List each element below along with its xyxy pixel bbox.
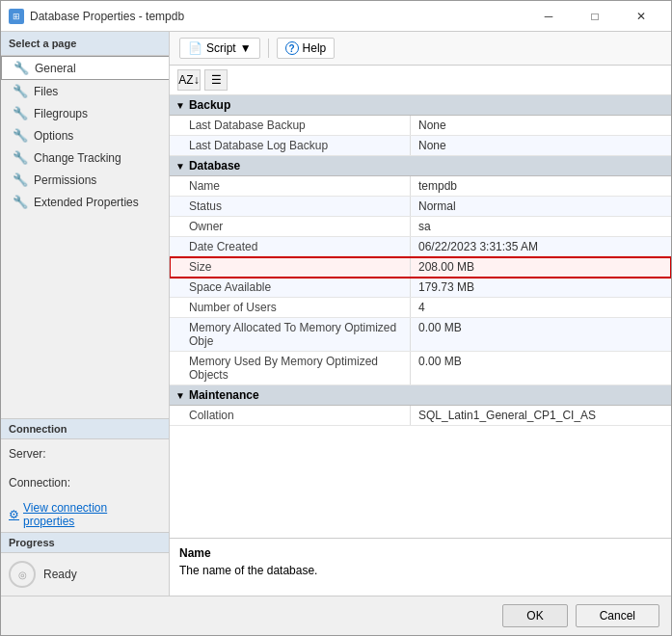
prop-row-last-db-log-backup: Last Database Log Backup None — [170, 136, 671, 156]
prop-value-date-created: 06/22/2023 3:31:35 AM — [411, 237, 671, 256]
progress-info: ◎ Ready — [1, 553, 169, 596]
prop-row-last-db-backup: Last Database Backup None — [170, 116, 671, 136]
prop-row-collation: Collation SQL_Latin1_General_CP1_CI_AS — [170, 406, 671, 426]
sidebar-item-label-change-tracking: Change Tracking — [34, 151, 121, 165]
toolbar-divider — [268, 39, 269, 58]
view-connection-link[interactable]: ⚙ View connection properties — [1, 497, 169, 532]
prop-row-name: Name tempdb — [170, 176, 671, 197]
connection-info: Connection: — [1, 468, 169, 497]
description-area: Name The name of the database. — [170, 538, 671, 596]
database-chevron[interactable]: ▼ — [175, 161, 185, 172]
prop-label-space-available: Space Available — [170, 278, 411, 297]
description-title: Name — [179, 546, 661, 560]
sidebar-item-files[interactable]: 🔧 Files — [1, 80, 169, 102]
prop-value-last-db-backup: None — [411, 116, 671, 135]
prop-label-mem-alloc: Memory Allocated To Memory Optimized Obj… — [170, 318, 411, 351]
files-icon: 🔧 — [13, 84, 28, 98]
cancel-button[interactable]: Cancel — [576, 604, 659, 627]
sidebar-item-general[interactable]: 🔧 General — [1, 56, 169, 80]
sidebar-item-label-extended-properties: Extended Properties — [34, 196, 139, 209]
server-label: Server: — [9, 447, 46, 461]
permissions-icon: 🔧 — [13, 172, 28, 187]
options-icon: 🔧 — [13, 128, 28, 143]
prop-label-status: Status — [170, 197, 411, 216]
sort-alpha-icon: AZ↓ — [178, 73, 199, 87]
prop-value-size: 208.00 MB — [411, 257, 671, 277]
properties-area: ▼ Backup Last Database Backup None Last … — [170, 95, 671, 538]
change-tracking-icon: 🔧 — [13, 150, 28, 165]
status-icon: ◎ — [9, 561, 36, 588]
prop-value-status: Normal — [411, 197, 671, 216]
minimize-button[interactable]: ─ — [526, 1, 571, 32]
help-icon: ? — [285, 41, 299, 55]
title-bar-left: ⊞ Database Properties - tempdb — [9, 9, 184, 24]
window-controls: ─ □ ✕ — [526, 1, 663, 32]
main-content: Select a page 🔧 General 🔧 Files 🔧 Filegr… — [1, 32, 671, 596]
sidebar-item-permissions[interactable]: 🔧 Permissions — [1, 169, 169, 191]
sidebar-item-filegroups[interactable]: 🔧 Filegroups — [1, 102, 169, 124]
group-header-backup: ▼ Backup — [170, 95, 671, 116]
sort-alpha-button[interactable]: AZ↓ — [177, 69, 201, 91]
filegroups-icon: 🔧 — [13, 106, 28, 120]
description-text: The name of the database. — [179, 564, 661, 577]
group-maintenance-label: Maintenance — [189, 388, 259, 402]
sidebar-header: Select a page — [1, 32, 169, 56]
prop-row-size: Size 208.00 MB — [170, 257, 671, 278]
prop-label-size: Size — [170, 257, 411, 277]
script-icon: 📄 — [188, 41, 202, 55]
sidebar-item-change-tracking[interactable]: 🔧 Change Tracking — [1, 146, 169, 169]
group-header-database: ▼ Database — [170, 156, 671, 176]
maximize-button[interactable]: □ — [573, 1, 617, 32]
script-label: Script — [206, 41, 236, 55]
progress-label: Progress — [1, 532, 169, 553]
ok-button[interactable]: OK — [502, 604, 567, 627]
progress-section: Progress ◎ Ready — [1, 532, 169, 596]
help-label: Help — [303, 41, 327, 55]
prop-row-status: Status Normal — [170, 197, 671, 217]
window-title: Database Properties - tempdb — [30, 10, 184, 23]
sort-cat-icon: ☰ — [211, 73, 222, 87]
prop-value-space-available: 179.73 MB — [411, 278, 671, 297]
prop-row-date-created: Date Created 06/22/2023 3:31:35 AM — [170, 237, 671, 257]
sidebar-item-extended-properties[interactable]: 🔧 Extended Properties — [1, 191, 169, 213]
prop-value-collation: SQL_Latin1_General_CP1_CI_AS — [411, 406, 671, 425]
group-header-maintenance: ▼ Maintenance — [170, 385, 671, 406]
database-properties-window: ⊞ Database Properties - tempdb ─ □ ✕ Sel… — [0, 0, 672, 636]
prop-value-name: tempdb — [411, 176, 671, 196]
maintenance-chevron[interactable]: ▼ — [175, 390, 185, 401]
prop-label-date-created: Date Created — [170, 237, 411, 256]
script-button[interactable]: 📄 Script ▼ — [179, 38, 260, 59]
prop-value-last-db-log-backup: None — [411, 136, 671, 155]
sidebar-item-label-options: Options — [34, 129, 73, 143]
sidebar-item-label-permissions: Permissions — [34, 173, 96, 187]
sort-cat-button[interactable]: ☰ — [204, 69, 228, 91]
sidebar: Select a page 🔧 General 🔧 Files 🔧 Filegr… — [1, 32, 170, 596]
footer: OK Cancel — [1, 596, 671, 635]
prop-row-mem-used: Memory Used By Memory Optimized Objects … — [170, 352, 671, 385]
prop-label-mem-used: Memory Used By Memory Optimized Objects — [170, 352, 411, 384]
server-info: Server: — [1, 439, 169, 468]
prop-row-mem-alloc: Memory Allocated To Memory Optimized Obj… — [170, 318, 671, 352]
general-icon: 🔧 — [13, 61, 29, 75]
prop-label-name: Name — [170, 176, 411, 196]
sidebar-item-options[interactable]: 🔧 Options — [1, 124, 169, 146]
help-button[interactable]: ? Help — [277, 38, 336, 59]
prop-row-num-users: Number of Users 4 — [170, 298, 671, 318]
sidebar-item-label-filegroups: Filegroups — [34, 107, 88, 120]
main-panel: 📄 Script ▼ ? Help AZ↓ ☰ — [170, 32, 671, 596]
prop-label-owner: Owner — [170, 217, 411, 236]
prop-row-space-available: Space Available 179.73 MB — [170, 278, 671, 298]
sidebar-item-label-general: General — [35, 62, 76, 75]
backup-chevron[interactable]: ▼ — [175, 100, 185, 111]
connection-section: Connection Server: Connection: ⚙ View co… — [1, 418, 169, 532]
close-button[interactable]: ✕ — [619, 1, 663, 32]
prop-label-last-db-log-backup: Last Database Log Backup — [170, 136, 411, 155]
group-database-label: Database — [189, 159, 240, 172]
sidebar-item-label-files: Files — [34, 85, 58, 98]
prop-value-num-users: 4 — [411, 298, 671, 317]
script-dropdown-icon: ▼ — [240, 41, 252, 55]
prop-label-last-db-backup: Last Database Backup — [170, 116, 411, 135]
connection-label2: Connection: — [9, 476, 70, 490]
connection-link-icon: ⚙ — [9, 508, 19, 521]
prop-value-mem-used: 0.00 MB — [411, 352, 671, 384]
